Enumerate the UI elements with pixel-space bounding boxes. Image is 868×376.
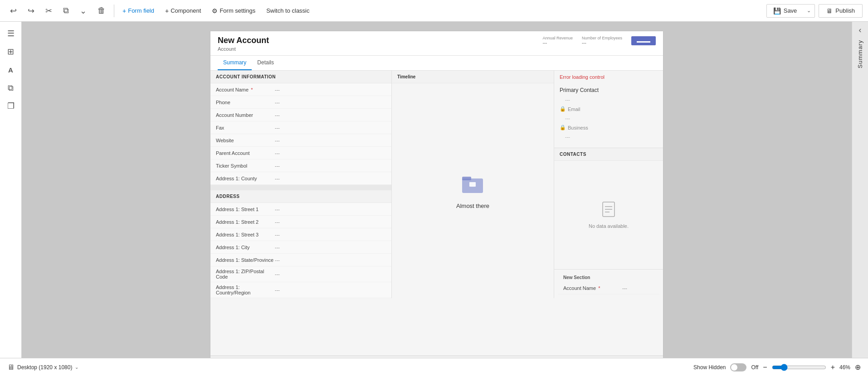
contacts-section: CONTACTS No data available. [554, 148, 663, 269]
zoom-decrease-icon[interactable]: − [763, 363, 767, 371]
toolbar: ↩ ↪ ✂ ⧉ ⌄ 🗑 + Form field + Component ⚙ F… [0, 0, 868, 22]
field-value-city: --- [275, 245, 280, 250]
field-value-ticker-symbol: --- [275, 163, 280, 169]
form-header-fields: Annual Revenue --- Number of Employees -… [542, 36, 656, 45]
field-website: Website --- [210, 134, 391, 147]
form-header-top: New Account Account Annual Revenue --- N… [218, 36, 656, 52]
new-section: New Section Account Name * --- [554, 269, 663, 298]
sidebar-grid-button[interactable]: ⊞ [3, 43, 19, 60]
form-body: ACCOUNT INFORMATION Account Name * --- P… [210, 71, 663, 298]
field-value-street1: --- [275, 207, 280, 212]
form-action-button[interactable]: ▬▬▬ [631, 36, 656, 45]
save-dropdown-button[interactable]: ⌄ [803, 5, 814, 16]
document-icon [602, 201, 615, 217]
save-button[interactable]: 💾 Save [767, 5, 804, 17]
email-icon: 🔒 [560, 106, 566, 112]
save-dropdown-icon: ⌄ [807, 8, 811, 13]
fit-icon[interactable]: ⊕ [855, 363, 861, 371]
field-value-parent-account: --- [275, 150, 280, 156]
layers-icon: ⧉ [8, 83, 14, 93]
zoom-increase-icon[interactable]: + [831, 363, 835, 371]
field-country: Address 1: Country/Region --- [210, 282, 391, 298]
field-street2: Address 1: Street 2 --- [210, 216, 391, 228]
delete-button[interactable]: 🗑 [93, 3, 110, 18]
new-section-field: Account Name * --- [558, 282, 659, 294]
field-label-address-county: Address 1: County [216, 176, 275, 181]
save-group: 💾 Save ⌄ [766, 4, 815, 18]
field-label-phone: Phone [216, 100, 275, 105]
canvas-area[interactable]: New Account Account Annual Revenue --- N… [22, 22, 852, 376]
business-icon: 🔒 [560, 125, 566, 130]
monitor-dropdown-icon[interactable]: ⌄ [75, 365, 78, 370]
tab-summary[interactable]: Summary [218, 56, 252, 70]
publish-icon: 🖥 [826, 7, 833, 14]
monitor-label: Desktop (1920 x 1080) [17, 364, 72, 371]
undo-button[interactable]: ↩ [5, 3, 21, 19]
field-label-city: Address 1: City [216, 245, 275, 250]
timeline-icon: ··· [461, 172, 484, 199]
form-subtitle: Account [218, 46, 269, 52]
field-label-website: Website [216, 138, 275, 143]
field-street3: Address 1: Street 3 --- [210, 228, 391, 241]
field-value-website: --- [275, 138, 280, 143]
error-control: Error loading control [554, 71, 663, 83]
business-dashes: --- [560, 133, 658, 140]
field-label-ticker-symbol: Ticker Symbol [216, 163, 275, 169]
sidebar-layers-button[interactable]: ⧉ [3, 80, 19, 96]
field-value-street2: --- [275, 219, 280, 225]
field-value-state: --- [275, 257, 280, 263]
field-value-account-number: --- [275, 112, 280, 118]
copy2-icon: ❐ [7, 101, 15, 111]
sidebar-copy-button[interactable]: ❐ [3, 98, 19, 114]
primary-contact-dashes: --- [560, 96, 658, 103]
separator-1 [114, 5, 114, 17]
business-label: Business [568, 125, 588, 130]
plus-icon: + [122, 7, 126, 14]
form-title: New Account [218, 36, 269, 45]
grid-icon: ⊞ [7, 47, 14, 57]
field-value-address-county: --- [275, 176, 280, 181]
save-label: Save [784, 7, 797, 14]
switch-classic-button[interactable]: Switch to classic [262, 5, 314, 17]
copy-button[interactable]: ⧉ [59, 3, 73, 18]
new-section-required: * [598, 285, 600, 291]
close-sidebar-icon[interactable]: ‹ [859, 25, 862, 34]
form-preview: New Account Account Annual Revenue --- N… [210, 31, 663, 367]
new-section-field-label: Account Name * [563, 285, 622, 291]
sidebar-text-button[interactable]: A [3, 62, 19, 78]
tab-details[interactable]: Details [252, 56, 279, 70]
form-action-label: ▬▬▬ [637, 39, 650, 43]
field-label-state: Address 1: State/Province [216, 257, 275, 263]
bottom-bar-left: 🖥 Desktop (1920 x 1080) ⌄ [7, 363, 78, 371]
field-label-account-number: Account Number [216, 112, 275, 118]
main-layout: ☰ ⊞ A ⧉ ❐ New Account Account [0, 22, 868, 376]
delete-icon: 🗑 [98, 6, 106, 15]
publish-label: Publish [835, 7, 855, 14]
field-value-country: --- [275, 287, 280, 293]
required-star: * [251, 87, 253, 92]
right-sidebar: ‹ Summary [852, 22, 868, 376]
field-phone: Phone --- [210, 96, 391, 109]
redo-button[interactable]: ↪ [23, 3, 39, 19]
monitor-icon: 🖥 [7, 363, 15, 371]
annual-revenue-field: Annual Revenue --- [542, 36, 573, 45]
add-form-field-button[interactable]: + Form field [118, 5, 159, 17]
dropdown-button[interactable]: ⌄ [75, 3, 91, 19]
toggle-thumb [731, 364, 737, 371]
form-tabs: Summary Details [210, 56, 663, 71]
publish-button[interactable]: 🖥 Publish [819, 4, 863, 18]
zoom-slider[interactable] [772, 364, 826, 371]
right-sidebar-label: Summary [857, 40, 863, 68]
contacts-empty: No data available. [554, 161, 663, 269]
show-hidden-toggle[interactable] [730, 363, 746, 371]
section-divider [210, 185, 391, 190]
field-label-street2: Address 1: Street 2 [216, 219, 275, 225]
field-street1: Address 1: Street 1 --- [210, 203, 391, 216]
annual-revenue-label: Annual Revenue [542, 36, 573, 40]
field-city: Address 1: City --- [210, 241, 391, 254]
cut-button[interactable]: ✂ [41, 3, 57, 19]
add-component-button[interactable]: + Component [161, 5, 205, 17]
form-settings-button[interactable]: ⚙ Form settings [207, 5, 260, 17]
sidebar-menu-button[interactable]: ☰ [3, 25, 19, 42]
hamburger-icon: ☰ [7, 29, 15, 39]
